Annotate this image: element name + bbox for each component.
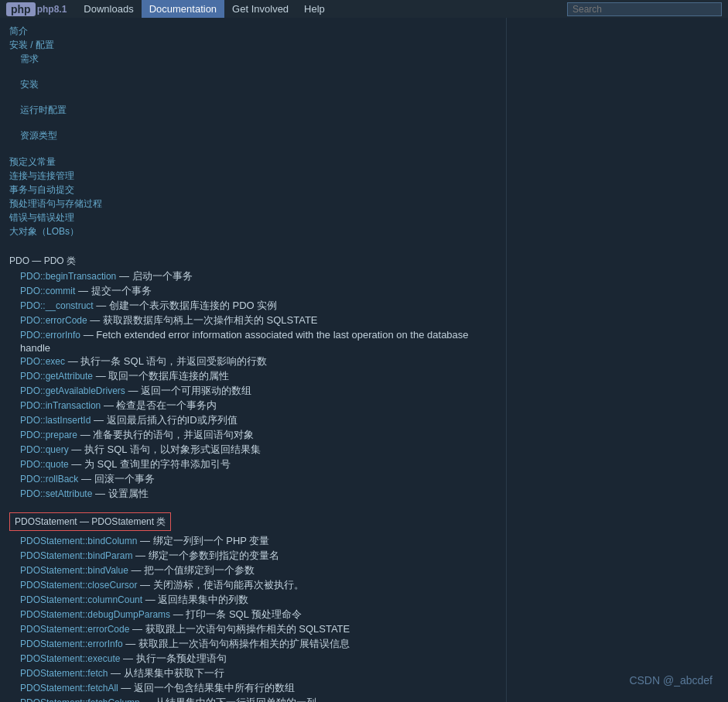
link-pdostmt-fetchall[interactable]: PDOStatement::fetchAll [20, 683, 118, 693]
link-pdo-quote[interactable]: PDO::quote [20, 459, 69, 470]
link-pdostmt-errorinfo[interactable]: PDOStatement::errorInfo [20, 639, 123, 649]
pdostatement-class-header: PDOStatement — PDOStatement 类 [9, 512, 497, 531]
link-pdo-construct[interactable]: PDO::__construct [20, 300, 94, 311]
link-pdo-begintransaction[interactable]: PDO::beginTransaction [20, 271, 116, 282]
nav-downloads[interactable]: Downloads [76, 0, 141, 18]
link-resource-types[interactable]: 资源类型 [20, 128, 497, 142]
install-sub: 需求 安装 运行时配置 资源类型 [9, 52, 497, 142]
content-area: CSDN @_abcdef [507, 18, 728, 702]
link-pdo-lastinsertid[interactable]: PDO::lastInsertId [20, 415, 91, 426]
pdostatement-methods-list: PDOStatement::bindColumn — 绑定一列到一个 PHP 变… [9, 534, 497, 702]
search-input[interactable] [567, 2, 722, 16]
link-pdo-query[interactable]: PDO::query [20, 444, 69, 455]
nav-help[interactable]: Help [296, 0, 333, 18]
link-pdostmt-execute[interactable]: PDOStatement::execute [20, 653, 120, 664]
search-area [567, 2, 722, 16]
php-version: php8.1 [37, 4, 67, 15]
nav-documentation[interactable]: Documentation [142, 0, 224, 18]
link-pdostmt-bindcolumn[interactable]: PDOStatement::bindColumn [20, 536, 137, 546]
link-pdo-exec[interactable]: PDO::exec [20, 356, 65, 367]
link-pdo-intransaction[interactable]: PDO::inTransaction [20, 400, 101, 411]
php-logo: php php8.1 [6, 2, 67, 16]
link-connections[interactable]: 连接与连接管理 [9, 169, 497, 183]
link-pdo-getattribute[interactable]: PDO::getAttribute [20, 371, 93, 382]
link-constants[interactable]: 预定义常量 [9, 155, 497, 169]
link-installation[interactable]: 安装 [20, 77, 497, 91]
top-navigation: php php8.1 Downloads Documentation Get I… [0, 0, 728, 18]
sidebar: 简介 安装 / 配置 需求 安装 运行时配置 资源类型 预定义常量 连接与连接管… [0, 18, 507, 702]
nav-get-involved[interactable]: Get Involved [224, 0, 296, 18]
link-pdo-setattribute[interactable]: PDO::setAttribute [20, 488, 92, 499]
link-pdostmt-fetchcolumn[interactable]: PDOStatement::fetchColumn [20, 697, 140, 702]
link-pdostmt-closecursor[interactable]: PDOStatement::closeCursor [20, 580, 137, 591]
link-pdo-errorcode[interactable]: PDO::errorCode [20, 315, 87, 326]
link-pdo-commit[interactable]: PDO::commit [20, 286, 75, 296]
pdo-methods-list: PDO::beginTransaction — 启动一个事务 PDO::comm… [9, 269, 497, 501]
link-pdostmt-debugdumpparams[interactable]: PDOStatement::debugDumpParams [20, 609, 170, 620]
link-lobs[interactable]: 大对象（LOBs） [9, 224, 497, 238]
link-errors[interactable]: 错误与错误处理 [9, 211, 497, 224]
link-prepared-stmts[interactable]: 预处理语句与存储过程 [9, 197, 497, 211]
link-pdo-rollback[interactable]: PDO::rollBack [20, 474, 78, 485]
link-pdostmt-errorcode[interactable]: PDOStatement::errorCode [20, 624, 129, 635]
php-logo-text: php [6, 2, 36, 16]
link-transactions[interactable]: 事务与自动提交 [9, 183, 497, 197]
link-pdo-getavailabledrivers[interactable]: PDO::getAvailableDrivers [20, 385, 125, 396]
link-install[interactable]: 安装 / 配置 [9, 38, 497, 52]
link-pdostmt-fetch[interactable]: PDOStatement::fetch [20, 668, 108, 679]
link-pdo-prepare[interactable]: PDO::prepare [20, 430, 77, 440]
link-requirements[interactable]: 需求 [20, 52, 497, 66]
link-pdostmt-bindvalue[interactable]: PDOStatement::bindValue [20, 565, 128, 576]
pdo-class-link[interactable]: PDO — PDO 类 [9, 255, 76, 266]
link-pdo-errorinfo[interactable]: PDO::errorInfo [20, 330, 80, 341]
pdo-class-header: PDO — PDO 类 [9, 254, 497, 268]
link-runtime-config[interactable]: 运行时配置 [20, 103, 497, 117]
main-layout: 简介 安装 / 配置 需求 安装 运行时配置 资源类型 预定义常量 连接与连接管… [0, 18, 728, 702]
watermark-text: CSDN @_abcdef [629, 674, 713, 687]
link-intro[interactable]: 简介 [9, 24, 497, 38]
link-pdostmt-columncount[interactable]: PDOStatement::columnCount [20, 594, 142, 605]
misc-links: 预定义常量 连接与连接管理 事务与自动提交 预处理语句与存储过程 错误与错误处理… [9, 155, 497, 238]
link-pdostmt-bindparam[interactable]: PDOStatement::bindParam [20, 550, 132, 561]
pdostatement-class-link[interactable]: PDOStatement — PDOStatement 类 [15, 516, 166, 527]
intro-links: 简介 安装 / 配置 需求 安装 运行时配置 资源类型 [9, 24, 497, 142]
